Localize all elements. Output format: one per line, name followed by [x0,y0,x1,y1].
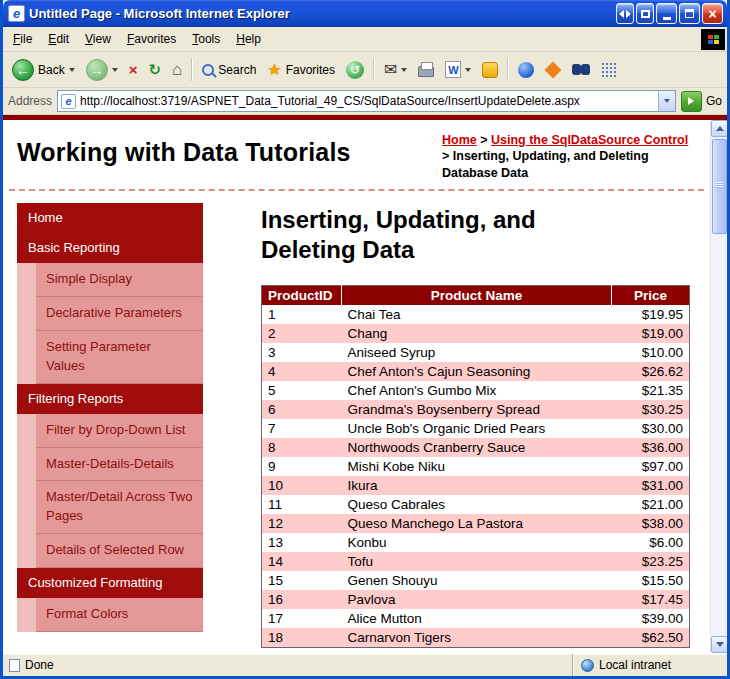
research-button[interactable] [567,61,595,79]
address-label: Address [8,94,52,108]
favorites-button[interactable]: ★ Favorites [262,59,340,81]
stop-button[interactable]: × [124,59,143,80]
sidebar-item[interactable]: Home [17,203,203,233]
address-dropdown-button[interactable] [658,91,675,111]
scrollbar-thumb[interactable] [712,139,727,234]
sidebar-item[interactable]: Master/Detail Across Two Pages [17,481,203,534]
dotted-grid-icon [601,62,616,77]
table-cell: 18 [262,628,342,648]
breadcrumb-section-link[interactable]: Using the SqlDataSource Control [491,133,688,147]
sidebar-item[interactable]: Setting Parameter Values [17,331,203,384]
mail-icon: ✉ [384,62,397,78]
history-button[interactable]: ↺ [341,58,369,82]
table-cell: 3 [262,343,342,362]
go-button[interactable]: Go [681,91,722,112]
table-cell: $21.35 [612,381,690,400]
column-header: Price [612,285,690,305]
titlebar-extra-button-2[interactable] [636,3,654,24]
table-cell: 8 [262,438,342,457]
table-cell: 7 [262,419,342,438]
sidebar-item[interactable]: Simple Display [17,263,203,297]
table-header-row: ProductIDProduct NamePrice [262,285,690,305]
page-header: Working with Data Tutorials Home > Using… [3,120,710,187]
table-cell: Aniseed Syrup [341,343,611,362]
home-button[interactable]: ⌂ [167,58,187,81]
table-cell: 6 [262,400,342,419]
sidebar-item-label: Setting Parameter Values [36,331,203,384]
back-label: Back [38,63,65,77]
menu-tools[interactable]: Tools [184,28,228,50]
table-cell: 9 [262,457,342,476]
scroll-down-button[interactable] [711,636,727,653]
left-right-arrows-icon [619,10,631,18]
table-cell: $10.00 [612,343,690,362]
refresh-button[interactable]: ↻ [143,59,166,80]
print-button[interactable] [413,59,439,80]
table-cell: $97.00 [612,457,690,476]
sidebar-item[interactable]: Filtering Reports [17,384,203,414]
breadcrumb-home-link[interactable]: Home [442,133,477,147]
edit-with-word-button[interactable]: W [440,58,476,81]
breadcrumb-current: Inserting, Updating, and Deleting Databa… [442,149,649,179]
table-cell: 10 [262,476,342,495]
back-button[interactable]: ← Back [7,56,80,84]
forward-dropdown-icon[interactable] [112,68,118,72]
mail-dropdown-icon[interactable] [401,68,407,72]
back-dropdown-icon[interactable] [69,68,75,72]
menu-favorites[interactable]: Favorites [119,28,184,50]
table-row: 18Carnarvon Tigers$62.50 [262,628,690,648]
table-cell: $62.50 [612,628,690,648]
sidebar-item[interactable]: Details of Selected Row [17,534,203,568]
table-cell: Chef Anton's Cajun Seasoning [341,362,611,381]
sidebar-gutter [17,331,36,384]
sidebar-item[interactable]: Customized Formatting [17,568,203,598]
products-table-body: 1Chai Tea$19.952Chang$19.003Aniseed Syru… [262,305,690,648]
forward-button[interactable]: → [81,56,123,84]
table-cell: $30.00 [612,419,690,438]
menu-edit[interactable]: Edit [40,28,77,50]
quick-launch-button[interactable] [540,59,566,81]
table-cell: Carnarvon Tigers [341,628,611,648]
toolbar-separator [507,58,509,81]
maximize-button[interactable] [679,3,700,24]
messenger-button[interactable] [477,59,503,81]
vertical-scrollbar[interactable] [710,120,727,653]
sidebar-item-label: Declarative Parameters [36,297,203,331]
home-icon: ⌂ [172,61,182,78]
table-cell: 14 [262,552,342,571]
address-input[interactable]: e http://localhost:3719/ASPNET_Data_Tuto… [57,90,676,112]
search-button[interactable]: Search [197,60,261,80]
status-bar: Done Local intranet [3,653,727,676]
title-bar[interactable]: e Untitled Page - Microsoft Internet Exp… [3,0,727,27]
menu-help[interactable]: Help [228,28,269,50]
close-button[interactable]: × [702,3,723,24]
titlebar-extra-button-1[interactable] [616,3,634,24]
breadcrumb: Home > Using the SqlDataSource Control >… [442,132,704,181]
sidebar-gutter [17,263,36,297]
sidebar-gutter [17,414,36,448]
table-cell: $23.25 [612,552,690,571]
sidebar-item[interactable]: Basic Reporting [17,233,203,263]
msn-button[interactable] [513,59,539,81]
table-row: 3Aniseed Syrup$10.00 [262,343,690,362]
scroll-up-button[interactable] [711,120,727,137]
word-dropdown-icon[interactable] [465,68,471,72]
table-row: 15Genen Shouyu$15.50 [262,571,690,590]
windows-throbber-icon [701,29,725,50]
mail-button[interactable]: ✉ [379,59,412,81]
sidebar-item[interactable]: Master-Details-Details [17,448,203,482]
sidebar-item[interactable]: Declarative Parameters [17,297,203,331]
favorites-label: Favorites [286,63,335,77]
menu-file[interactable]: File [5,28,40,50]
table-cell: 15 [262,571,342,590]
refresh-icon: ↻ [148,62,161,77]
menu-view[interactable]: View [77,28,119,50]
grid-tool-button[interactable] [596,59,621,80]
table-cell: Chef Anton's Gumbo Mix [341,381,611,400]
window-icon [641,10,650,18]
sidebar-item[interactable]: Format Colors [17,598,203,632]
sidebar-item[interactable]: Filter by Drop-Down List [17,414,203,448]
table-row: 10Ikura$31.00 [262,476,690,495]
table-row: 14Tofu$23.25 [262,552,690,571]
minimize-button[interactable] [656,3,677,24]
